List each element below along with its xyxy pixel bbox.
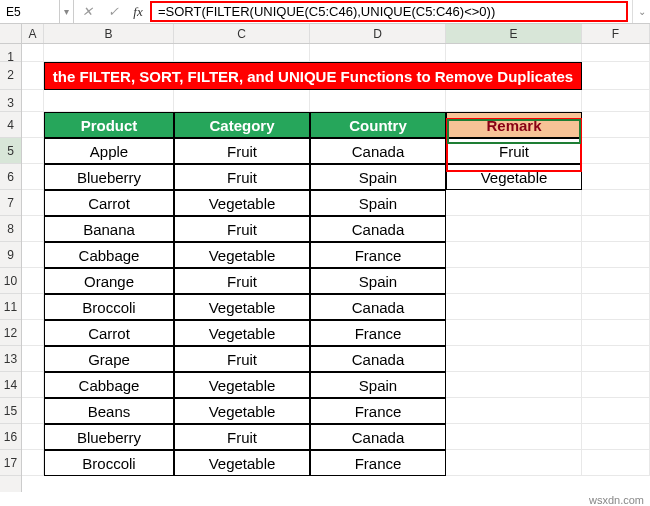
cell[interactable] [582,44,650,62]
cell-product[interactable]: Broccoli [44,450,174,476]
cell[interactable] [174,90,310,112]
row-header[interactable]: 15 [0,398,21,424]
cell-product[interactable]: Beans [44,398,174,424]
cell-category[interactable]: Vegetable [174,242,310,268]
row-header[interactable]: 8 [0,216,21,242]
title-cell[interactable]: the FILTER, SORT, FILTER, and UNIQUE Fun… [44,62,582,90]
cell-country[interactable]: France [310,398,446,424]
cell-category[interactable]: Vegetable [174,450,310,476]
cell[interactable] [22,44,44,62]
cell[interactable] [582,424,650,450]
name-box-dropdown-icon[interactable]: ▾ [60,0,74,23]
cell[interactable] [582,268,650,294]
cell[interactable] [582,346,650,372]
cell-country[interactable]: Canada [310,138,446,164]
cell[interactable] [22,424,44,450]
cell-country[interactable]: Canada [310,346,446,372]
cell[interactable] [582,450,650,476]
row-header[interactable]: 1 [0,44,21,62]
row-header[interactable]: 4 [0,112,21,138]
cell[interactable] [582,190,650,216]
cell[interactable] [22,164,44,190]
cell[interactable] [446,372,582,398]
cell[interactable] [174,44,310,62]
cell-country[interactable]: Spain [310,190,446,216]
cell[interactable] [582,112,650,138]
name-box[interactable]: E5 [0,0,60,23]
row-header[interactable]: 2 [0,62,21,90]
column-header[interactable]: C [174,24,310,43]
cell-category[interactable]: Fruit [174,216,310,242]
cell[interactable] [22,450,44,476]
cell[interactable] [22,242,44,268]
cell-product[interactable]: Grape [44,346,174,372]
cell-product[interactable]: Orange [44,268,174,294]
cell[interactable] [22,138,44,164]
cell[interactable] [446,320,582,346]
column-header[interactable]: A [22,24,44,43]
cell-remark[interactable]: Fruit [446,138,582,164]
row-header[interactable]: 11 [0,294,21,320]
cell-product[interactable]: Blueberry [44,164,174,190]
cell[interactable] [22,398,44,424]
cell-product[interactable]: Carrot [44,320,174,346]
cell-product[interactable]: Apple [44,138,174,164]
column-header[interactable]: E [446,24,582,43]
cell[interactable] [446,216,582,242]
cell-country[interactable]: France [310,450,446,476]
cell[interactable] [446,268,582,294]
cell[interactable] [582,164,650,190]
cell[interactable] [446,346,582,372]
cell[interactable] [22,190,44,216]
header-country[interactable]: Country [310,112,446,138]
expand-formula-bar-icon[interactable]: ⌄ [632,0,650,23]
cell-product[interactable]: Banana [44,216,174,242]
cell-country[interactable]: Spain [310,164,446,190]
cell[interactable] [582,320,650,346]
column-header[interactable]: D [310,24,446,43]
cell[interactable] [446,398,582,424]
cell[interactable] [582,242,650,268]
cell[interactable] [446,450,582,476]
cell[interactable] [446,90,582,112]
cell[interactable] [44,90,174,112]
cell[interactable] [446,44,582,62]
cell[interactable] [582,138,650,164]
cell-remark[interactable]: Vegetable [446,164,582,190]
cell[interactable] [22,62,44,90]
cell[interactable] [582,90,650,112]
column-header[interactable]: B [44,24,174,43]
enter-icon[interactable]: ✓ [100,0,126,23]
cell[interactable] [446,190,582,216]
cell-product[interactable]: Cabbage [44,242,174,268]
cell-country[interactable]: Canada [310,294,446,320]
fx-icon[interactable]: fx [126,0,150,23]
cell-category[interactable]: Fruit [174,346,310,372]
cell-country[interactable]: Spain [310,372,446,398]
header-product[interactable]: Product [44,112,174,138]
cell-country[interactable]: Canada [310,216,446,242]
cell-category[interactable]: Vegetable [174,398,310,424]
cell-category[interactable]: Fruit [174,424,310,450]
header-remark[interactable]: Remark [446,112,582,138]
cell[interactable] [582,62,650,90]
cell-product[interactable]: Carrot [44,190,174,216]
cell[interactable] [582,398,650,424]
cell[interactable] [22,294,44,320]
cell-category[interactable]: Vegetable [174,294,310,320]
cell-product[interactable]: Blueberry [44,424,174,450]
cell-category[interactable]: Vegetable [174,320,310,346]
cell-country[interactable]: Spain [310,268,446,294]
cell-country[interactable]: France [310,242,446,268]
cell[interactable] [22,112,44,138]
cell[interactable] [22,346,44,372]
cell-country[interactable]: Canada [310,424,446,450]
row-header[interactable]: 17 [0,450,21,476]
cell[interactable] [44,44,174,62]
cell-category[interactable]: Fruit [174,138,310,164]
cell[interactable] [310,90,446,112]
row-header[interactable]: 13 [0,346,21,372]
cell-category[interactable]: Vegetable [174,372,310,398]
cell-product[interactable]: Broccoli [44,294,174,320]
cell[interactable] [582,294,650,320]
